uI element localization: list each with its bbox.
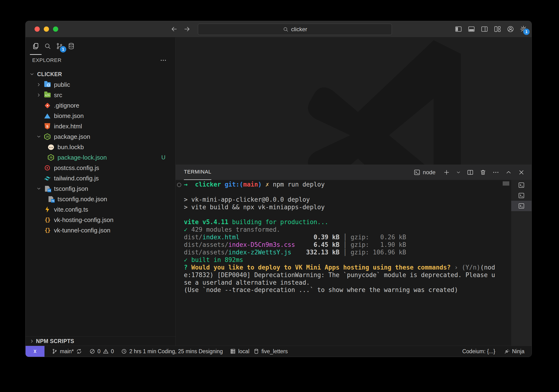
plug-icon [504,348,510,354]
terminal-icon [518,202,525,209]
active-shell[interactable]: node [413,169,436,176]
terminal-instance-tab[interactable] [511,180,531,190]
zoom-window-button[interactable] [53,27,58,32]
database-status[interactable]: five_letters [253,348,288,355]
chevron-down-icon [36,134,44,139]
settings-gear-icon[interactable]: 1 [520,25,527,33]
database-icon [67,42,75,50]
search-view-icon[interactable] [44,42,52,50]
tree-item-src[interactable]: </>src [26,90,175,100]
explorer-view-icon[interactable] [32,42,40,50]
terminal-instance-tab-active[interactable] [511,201,531,211]
magnifier-icon [44,42,51,50]
time-tracking-text: 2 hrs 1 min Coding, 25 mins Designing [129,348,223,355]
bun-file-icon [47,144,54,150]
database-view-icon[interactable] [67,42,75,50]
activity-bar: 1 [26,37,175,55]
tree-item-label: bun.lockb [57,143,84,151]
new-terminal-icon[interactable] [443,169,450,176]
git-branch-icon [52,348,58,354]
tree-item-label: tsconfig.json [54,185,88,192]
remote-indicator[interactable] [26,346,45,357]
ninja-text: Ninja [512,348,524,355]
braces-file-icon: {} [44,227,51,234]
time-tracking-status[interactable]: 2 hrs 1 min Coding, 25 mins Designing [121,348,223,355]
tree-item-postcss.config.js[interactable]: postcss.config.js [26,163,175,173]
sync-icon [76,348,82,354]
codeium-status[interactable]: Codeium: {...} [462,348,495,355]
history-nav [170,25,191,33]
tree-item-label: biome.json [54,112,84,120]
split-terminal-icon[interactable] [467,169,474,176]
terminal-panel: TERMINAL node [176,165,531,346]
active-view-underline [30,54,42,55]
maximize-panel-icon[interactable] [505,169,512,176]
shell-name: node [423,169,436,176]
files-icon [32,42,39,50]
launch-profile-chevron-icon[interactable] [456,170,461,175]
account-icon[interactable] [507,25,514,33]
back-icon[interactable] [170,25,178,33]
forward-icon[interactable] [183,25,191,33]
close-panel-icon[interactable] [518,169,525,176]
branch-status[interactable]: main* [52,348,82,355]
chevron-down-icon [29,72,37,77]
customize-layout-icon[interactable] [494,25,501,33]
close-window-button[interactable] [35,27,40,32]
tree-item-bun.lockb[interactable]: bun.lockb [26,142,175,152]
search-icon [283,26,289,32]
tree-item-package-lock.json[interactable]: JSpackage-lock.jsonU [26,152,175,163]
toggle-secondary-sidebar-icon[interactable] [481,25,488,33]
tree-item-tailwind.config.js[interactable]: tailwind.config.js [26,173,175,183]
more-actions-icon[interactable] [492,169,499,176]
terminal-line: e:17832) [DEP0040] DeprecationWarning: T… [184,271,501,279]
folder-src-file-icon: </> [44,92,51,98]
postcss-file-icon [44,165,51,171]
minimize-window-button[interactable] [44,27,49,32]
terminal-line: ✓ 429 modules transformed. [184,226,501,234]
panel-header: TERMINAL node [176,165,531,180]
tree-item-package.json[interactable]: JSpackage.json [26,132,175,142]
more-actions-icon[interactable] [160,57,167,64]
command-center-search[interactable]: clicker [198,24,392,35]
tree-item-biome.json[interactable]: biome.json [26,111,175,121]
db-cylinder-icon [253,348,259,354]
editor-group: TERMINAL node [176,37,531,346]
git-file-icon [44,102,51,109]
server-status[interactable]: local [230,348,249,355]
server-icon [230,348,236,354]
tree-item-vk-hosting-config.json[interactable]: {}vk-hosting-config.json [26,215,175,225]
tree-item-CLICKER[interactable]: CLICKER [26,69,175,80]
tree-item-.gitignore[interactable]: .gitignore [26,100,175,111]
nodejs-file-icon: JS [47,154,54,161]
branch-name: main* [60,348,74,355]
tree-item-label: index.html [54,123,82,130]
terminal-output: → clicker git:(main) ✗ npm run deploy > … [184,181,501,294]
vscode-logo-watermark [294,38,488,161]
terminal-icon [413,169,420,176]
tree-item-vite.config.ts[interactable]: vite.config.ts [26,204,175,215]
tree-item-tsconfig.json[interactable]: TStsconfig.json [26,183,175,194]
tree-item-vk-tunnel-config.json[interactable]: {}vk-tunnel-config.json [26,225,175,235]
terminal-line: dist/assets/index-D5Cn9m3s.css 6.45 kB │… [184,241,501,249]
tree-item-public[interactable]: public [26,80,175,90]
tree-item-label: package.json [54,133,90,141]
panel-actions: node [413,169,525,176]
tree-item-tsconfig.node.json[interactable]: TStsconfig.node.json [26,194,175,204]
scm-badge: 1 [60,46,66,53]
tree-item-index.html[interactable]: 5index.html [26,121,175,132]
toggle-primary-sidebar-icon[interactable] [455,25,462,33]
ninja-status[interactable]: Ninja [504,348,524,355]
source-control-view-icon[interactable]: 1 [55,42,64,50]
terminal-body[interactable]: → clicker git:(main) ✗ npm run deploy > … [176,180,531,346]
kill-terminal-icon[interactable] [479,169,487,176]
terminal-tab[interactable]: TERMINAL [184,165,211,180]
settings-badge: 1 [523,29,530,35]
explorer-title: EXPLORER [32,57,62,63]
toggle-panel-icon[interactable] [468,25,475,33]
terminal-instance-tab[interactable] [511,190,531,201]
npm-scripts-section[interactable]: NPM SCRIPTS [26,337,175,346]
terminal-line: (Use `node --trace-deprecation ...` to s… [184,286,501,294]
problems-status[interactable]: 0 0 [89,348,114,355]
terminal-scrollbar[interactable] [503,181,509,186]
